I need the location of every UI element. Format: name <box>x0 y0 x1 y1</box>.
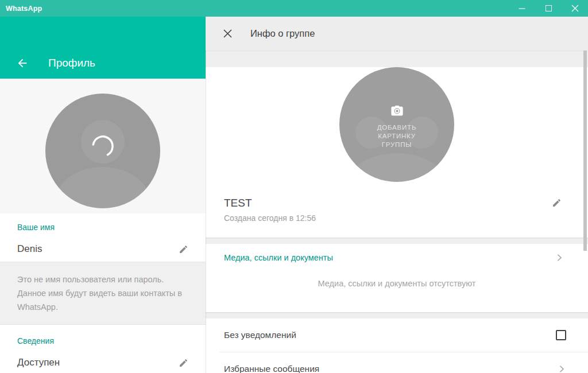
settings-card: Без уведомлений Избранные сообщения <box>206 318 588 373</box>
group-summary-card: ДОБАВИТЬ КАРТИНКУ ГРУППЫ TEST Создана се… <box>206 67 588 238</box>
close-window-button[interactable] <box>562 0 588 17</box>
media-links-docs-label: Медиа, ссылки и документы <box>224 253 333 262</box>
back-button[interactable] <box>16 57 29 69</box>
name-value: Denis <box>17 243 42 255</box>
camera-icon <box>389 103 405 119</box>
media-links-docs-item[interactable]: Медиа, ссылки и документы <box>206 252 588 263</box>
about-section: Сведения Доступен <box>0 325 206 373</box>
media-card: Медиа, ссылки и документы Медиа, ссылки … <box>206 244 588 312</box>
name-label: Ваше имя <box>17 223 188 232</box>
about-label: Сведения <box>17 336 188 345</box>
window-titlebar: WhatsApp <box>0 0 588 17</box>
person-silhouette-body <box>56 167 150 208</box>
window-controls <box>509 0 588 17</box>
chevron-right-icon <box>555 253 564 262</box>
group-info-panel: Инфо о группе ДОБАВИТЬ <box>206 17 588 373</box>
minimize-button[interactable] <box>509 0 535 17</box>
pencil-icon <box>179 244 188 254</box>
profile-avatar[interactable] <box>45 94 160 208</box>
profile-header: Профиль <box>0 17 206 79</box>
pencil-icon <box>552 198 562 208</box>
scrollbar-thumb[interactable] <box>583 50 587 251</box>
name-section: Ваше имя Denis <box>0 213 206 262</box>
group-name: TEST <box>224 197 316 209</box>
mute-notifications-checkbox[interactable] <box>556 330 566 340</box>
edit-about-button[interactable] <box>179 358 188 368</box>
group-info-header: Инфо о группе <box>206 17 588 50</box>
close-icon <box>571 5 579 12</box>
name-hint-text: Это не имя пользователя или пароль. Данн… <box>0 262 206 325</box>
profile-panel: Профиль Ваше имя Denis Это не имя пользо… <box>0 17 206 373</box>
add-group-picture-button[interactable]: ДОБАВИТЬ КАРТИНКУ ГРУППЫ <box>339 67 454 182</box>
add-group-picture-label: ДОБАВИТЬ КАРТИНКУ ГРУППЫ <box>377 123 417 149</box>
card-gap <box>206 238 588 244</box>
arrow-left-icon <box>16 57 29 69</box>
starred-messages-label: Избранные сообщения <box>224 364 319 373</box>
card-gap <box>206 312 588 318</box>
edit-group-name-button[interactable] <box>552 198 562 208</box>
profile-avatar-area <box>0 79 206 213</box>
mute-notifications-label: Без уведомлений <box>224 330 296 340</box>
group-info-scroll-area: ДОБАВИТЬ КАРТИНКУ ГРУППЫ TEST Создана се… <box>206 50 588 373</box>
group-info-title: Инфо о группе <box>250 28 315 39</box>
close-panel-button[interactable] <box>222 28 234 40</box>
about-value: Доступен <box>17 357 60 368</box>
maximize-button[interactable] <box>535 0 562 17</box>
minimize-icon <box>519 5 525 12</box>
app-title: WhatsApp <box>0 5 42 13</box>
chevron-right-icon <box>557 364 566 373</box>
mute-notifications-row[interactable]: Без уведомлений <box>206 318 588 352</box>
pencil-icon <box>179 358 188 368</box>
media-empty-text: Медиа, ссылки и документы отсутствуют <box>206 279 588 288</box>
maximize-icon <box>546 5 552 11</box>
x-icon <box>222 28 234 40</box>
profile-panel-title: Профиль <box>48 57 95 69</box>
loading-spinner-icon <box>90 134 115 159</box>
group-created-text: Создана сегодня в 12:56 <box>224 213 316 223</box>
main-area: Профиль Ваше имя Denis Это не имя пользо… <box>0 17 588 373</box>
starred-messages-row[interactable]: Избранные сообщения <box>206 352 588 373</box>
edit-name-button[interactable] <box>179 244 188 254</box>
